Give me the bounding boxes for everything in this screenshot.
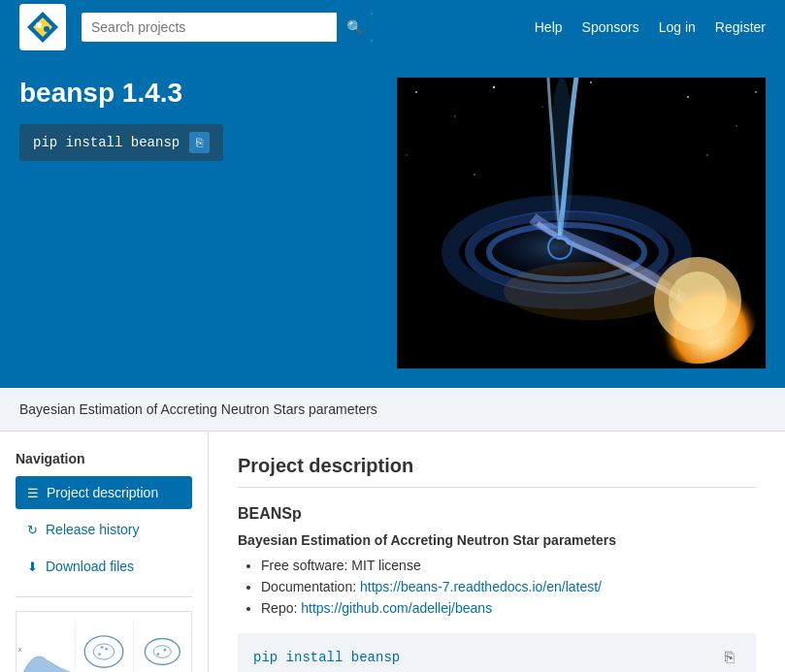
svg-point-14 [474, 174, 475, 176]
docs-link[interactable]: https://beans-7.readthedocs.io/en/latest… [360, 579, 602, 594]
svg-point-11 [736, 125, 737, 127]
pypi-logo [19, 4, 66, 50]
repo-prefix: Repo: [261, 600, 301, 616]
svg-point-9 [541, 106, 542, 107]
svg-point-41 [101, 646, 104, 649]
main-content: Navigation ☰ Project description ↻ Relea… [0, 432, 785, 672]
copy-pip-install-button[interactable]: ⎘ [719, 647, 740, 668]
svg-point-22 [669, 272, 727, 330]
nav-register[interactable]: Register [715, 19, 766, 35]
svg-point-39 [98, 653, 101, 656]
project-description-heading: Project description [238, 455, 756, 488]
sidebar-item-label-download: Download files [46, 559, 134, 574]
svg-point-12 [755, 91, 757, 93]
bullet-item-repo: Repo: https://github.com/adellej/beans [261, 600, 756, 616]
pip-install-block: pip install beansp ⎘ [238, 633, 756, 672]
hero-left: beansp 1.4.3 pip install beansp ⎘ [19, 78, 377, 161]
header: 🔍 Help Sponsors Log in Register [0, 0, 785, 54]
sidebar-item-download-files[interactable]: ⬇ Download files [16, 550, 192, 583]
svg-point-13 [406, 154, 407, 155]
search-bar: 🔍 [82, 13, 373, 42]
section-title: Bayesian Estimation of Accreting Neutron… [238, 532, 756, 548]
sidebar-item-label-project: Project description [47, 485, 158, 500]
space-image [397, 78, 766, 368]
pip-code-text: pip install beansp [33, 135, 180, 150]
sidebar-item-project-description[interactable]: ☰ Project description [16, 476, 192, 509]
pip-install-code: pip install beansp [253, 650, 400, 665]
search-input[interactable] [82, 13, 337, 42]
nav-sponsors[interactable]: Sponsors [582, 19, 639, 35]
list-icon: ☰ [27, 486, 39, 500]
svg-point-4 [44, 26, 49, 32]
bullet-item-license: Free software: MIT license [261, 558, 756, 573]
history-icon: ↻ [27, 523, 38, 537]
feature-list: Free software: MIT license Documentation… [238, 558, 756, 616]
svg-point-8 [493, 86, 495, 88]
sidebar: Navigation ☰ Project description ↻ Relea… [0, 432, 209, 672]
nav-login[interactable]: Log in [659, 19, 696, 35]
hero-image [397, 78, 766, 368]
content-area: Project description BEANSp Bayesian Esti… [209, 432, 785, 672]
top-nav: Help Sponsors Log in Register [535, 19, 766, 35]
svg-point-10 [687, 96, 689, 98]
sidebar-heading: Navigation [16, 451, 192, 466]
svg-point-15 [706, 154, 708, 156]
nav-help[interactable]: Help [535, 19, 563, 35]
svg-point-40 [105, 648, 108, 651]
logo-area [19, 4, 66, 50]
svg-point-16 [590, 81, 592, 83]
pip-command-block: pip install beansp ⎘ [19, 124, 223, 161]
svg-point-7 [454, 115, 456, 117]
sidebar-plot: X Qb (MeV) d (kpc) X Qb d 0.5 0.0 [16, 611, 192, 672]
sidebar-item-label-release: Release history [46, 522, 140, 537]
search-button[interactable]: 🔍 [337, 13, 373, 42]
sidebar-item-release-history[interactable]: ↻ Release history [16, 513, 192, 546]
description-bar: Bayesian Estimation of Accreting Neutron… [0, 388, 785, 432]
svg-point-27 [504, 262, 678, 320]
svg-point-43 [164, 649, 167, 652]
svg-point-42 [156, 653, 159, 656]
svg-point-6 [415, 91, 417, 93]
sidebar-divider [16, 596, 192, 597]
svg-text:X: X [18, 647, 22, 653]
download-icon: ⬇ [27, 560, 38, 574]
package-title: beansp 1.4.3 [19, 78, 377, 109]
docs-prefix: Documentation: [261, 579, 360, 594]
beansp-subheading: BEANSp [238, 505, 756, 523]
copy-pip-button[interactable]: ⎘ [189, 132, 210, 153]
svg-point-3 [36, 22, 42, 28]
hero-section: beansp 1.4.3 pip install beansp ⎘ [0, 54, 785, 388]
bullet-item-docs: Documentation: https://beans-7.readthedo… [261, 579, 756, 594]
repo-link[interactable]: https://github.com/adellej/beans [301, 600, 492, 616]
description-text: Bayesian Estimation of Accreting Neutron… [19, 401, 377, 417]
